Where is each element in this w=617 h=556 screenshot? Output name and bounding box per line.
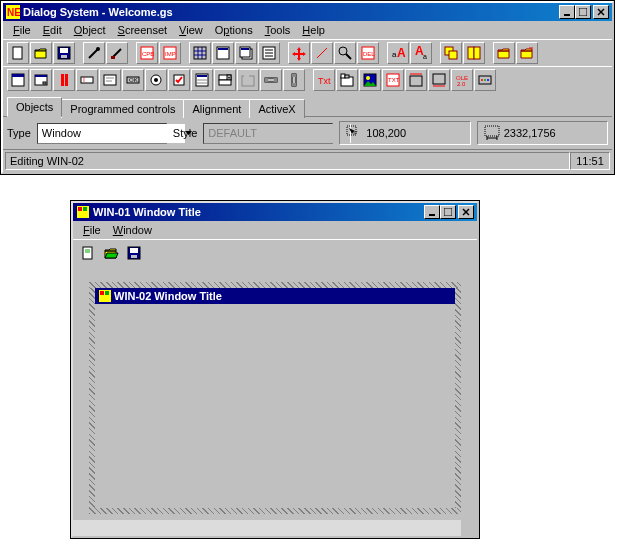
window-icon[interactable] <box>7 69 29 91</box>
txt-red-icon[interactable]: TXT <box>382 69 404 91</box>
svg-text:OK: OK <box>129 77 138 83</box>
svg-rect-74 <box>274 78 277 82</box>
tab-objects[interactable]: Objects <box>7 97 62 117</box>
status-text: Editing WIN-02 <box>5 152 570 170</box>
combobox-icon[interactable] <box>214 69 236 91</box>
cpb-icon[interactable]: CPB <box>136 42 158 64</box>
position-value: 108,200 <box>366 127 406 139</box>
type-input[interactable] <box>38 124 184 143</box>
svg-text:TXT: TXT <box>388 77 400 83</box>
ole-icon[interactable]: OLE2.0 <box>451 69 473 91</box>
textbox-icon[interactable] <box>99 69 121 91</box>
toolbar-1: CPB IMP DEL aA Aa <box>3 39 612 66</box>
brush-icon[interactable] <box>106 42 128 64</box>
new-icon[interactable] <box>7 42 29 64</box>
menu-file[interactable]: File <box>7 22 37 38</box>
type-combo[interactable] <box>37 123 167 144</box>
menu-options[interactable]: Options <box>209 22 259 38</box>
tile-icon[interactable] <box>463 42 485 64</box>
status-time: 11:51 <box>570 152 610 170</box>
hscroll-icon[interactable] <box>260 69 282 91</box>
svg-text:NE: NE <box>7 7 20 18</box>
style-combo <box>203 123 333 144</box>
svg-rect-86 <box>410 76 422 86</box>
svg-rect-27 <box>241 48 249 50</box>
vscroll-icon[interactable] <box>283 69 305 91</box>
size-box: 2332,1756 <box>477 121 608 145</box>
svg-line-32 <box>317 48 327 58</box>
bitmap-icon[interactable] <box>359 69 381 91</box>
list-icon[interactable] <box>258 42 280 64</box>
close-button[interactable] <box>593 5 609 19</box>
eyedropper-icon[interactable] <box>83 42 105 64</box>
checkbox-icon[interactable] <box>168 69 190 91</box>
dialog-icon[interactable] <box>30 69 52 91</box>
menu-help[interactable]: Help <box>296 22 331 38</box>
svg-text:CPB: CPB <box>142 51 154 57</box>
tab-alignment[interactable]: Alignment <box>183 99 250 118</box>
tab-activex[interactable]: ActiveX <box>249 99 304 118</box>
properties-row: Type Style 108,200 2332,1756 <box>3 116 612 149</box>
grid-icon[interactable] <box>189 42 211 64</box>
svg-rect-47 <box>12 74 24 77</box>
tab-programmed-controls[interactable]: Programmed controls <box>61 99 184 118</box>
svg-rect-51 <box>61 74 64 86</box>
svg-point-33 <box>339 47 347 55</box>
control-icon[interactable] <box>474 69 496 91</box>
open-icon[interactable] <box>30 42 52 64</box>
folder2-icon[interactable] <box>516 42 538 64</box>
groupbox-icon[interactable] <box>237 69 259 91</box>
menu-tools[interactable]: Tools <box>259 22 297 38</box>
menu-edit[interactable]: Edit <box>37 22 68 38</box>
svg-rect-80 <box>341 74 345 78</box>
imp-icon[interactable]: IMP <box>159 42 181 64</box>
menu-object[interactable]: Object <box>68 22 112 38</box>
text-label-icon[interactable]: Txt <box>313 69 335 91</box>
svg-rect-69 <box>219 80 231 85</box>
titlebar: NE Dialog System - Welcome.gs <box>3 3 612 21</box>
menu-screenset[interactable]: Screenset <box>112 22 174 38</box>
svg-rect-52 <box>65 74 68 86</box>
svg-rect-8 <box>60 48 68 53</box>
entry-icon[interactable]: I <box>76 69 98 91</box>
svg-point-11 <box>96 47 100 51</box>
svg-text:DEL: DEL <box>363 51 375 57</box>
form-icon[interactable] <box>212 42 234 64</box>
radio-icon[interactable] <box>145 69 167 91</box>
vbar-icon[interactable] <box>53 69 75 91</box>
frame2-icon[interactable] <box>428 69 450 91</box>
button-icon[interactable]: OK <box>122 69 144 91</box>
listbox-icon[interactable] <box>191 69 213 91</box>
menu-view[interactable]: View <box>173 22 209 38</box>
font-size-icon[interactable]: aA <box>387 42 409 64</box>
tab-control-icon[interactable] <box>336 69 358 91</box>
svg-rect-73 <box>265 78 268 82</box>
svg-point-93 <box>481 79 483 81</box>
window-title: Dialog System - Welcome.gs <box>23 6 559 18</box>
app-icon: NE <box>6 5 20 19</box>
svg-point-83 <box>366 76 370 80</box>
save-icon[interactable] <box>53 42 75 64</box>
zoom-icon[interactable] <box>334 42 356 64</box>
svg-rect-18 <box>194 47 206 59</box>
svg-rect-64 <box>197 75 207 77</box>
svg-rect-88 <box>433 74 445 84</box>
copy-form-icon[interactable] <box>235 42 257 64</box>
svg-line-12 <box>113 49 121 57</box>
svg-point-61 <box>154 78 158 82</box>
size-icon <box>484 125 500 141</box>
font-subscript-icon[interactable]: Aa <box>410 42 432 64</box>
svg-text:I: I <box>83 76 85 83</box>
delete-icon[interactable]: DEL <box>357 42 379 64</box>
svg-rect-71 <box>244 74 249 77</box>
cascade-icon[interactable] <box>440 42 462 64</box>
line-icon[interactable] <box>311 42 333 64</box>
svg-rect-81 <box>345 75 349 78</box>
style-input <box>204 124 350 143</box>
maximize-button[interactable] <box>575 5 591 19</box>
frame1-icon[interactable] <box>405 69 427 91</box>
move-icon[interactable] <box>288 42 310 64</box>
svg-rect-24 <box>218 48 228 50</box>
folder1-icon[interactable] <box>493 42 515 64</box>
minimize-button[interactable] <box>559 5 575 19</box>
